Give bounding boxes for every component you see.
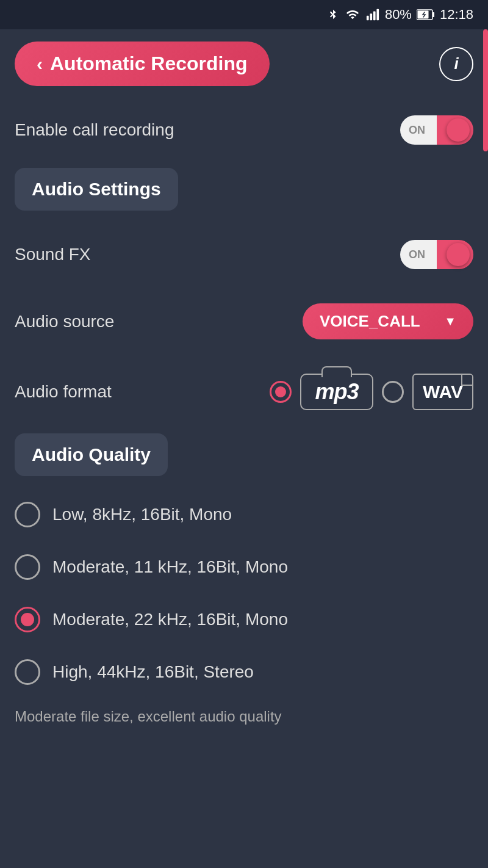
audio-format-label: Audio format: [15, 382, 112, 402]
audio-quality-title: Audio Quality: [32, 444, 151, 465]
quality-label-4: High, 44kHz, 16Bit, Stereo: [52, 662, 254, 682]
sound-fx-toggle-text: ON: [409, 248, 425, 261]
page-title: Automatic Recording: [50, 52, 248, 75]
audio-source-dropdown[interactable]: VOICE_CALL ▼: [303, 303, 473, 339]
battery-percent: 80%: [385, 7, 412, 23]
quality-radio-3: [15, 607, 40, 632]
audio-settings-title: Audio Settings: [32, 179, 161, 199]
quality-label-2: Moderate, 11 kHz, 16Bit, Mono: [52, 557, 288, 577]
toggle-on-text: ON: [409, 124, 425, 137]
sound-fx-row: Sound FX ON: [0, 223, 488, 286]
quality-label-1: Low, 8kHz, 16Bit, Mono: [52, 505, 232, 524]
svg-rect-1: [370, 13, 372, 20]
audio-format-options: mp3 WAV: [270, 374, 473, 410]
quality-description-text: Moderate file size, excellent audio qual…: [15, 708, 282, 725]
audio-source-label: Audio source: [15, 312, 114, 331]
quality-option-1[interactable]: Low, 8kHz, 16Bit, Mono: [0, 488, 488, 541]
wifi-icon: [345, 8, 361, 21]
audio-source-value: VOICE_CALL: [320, 312, 420, 331]
wav-radio[interactable]: [382, 381, 404, 403]
info-button[interactable]: i: [439, 47, 473, 81]
scroll-indicator[interactable]: [483, 29, 488, 151]
mp3-radio-inner: [275, 386, 286, 397]
quality-label-3: Moderate, 22 kHz, 16Bit, Mono: [52, 610, 288, 629]
signal-icon: [365, 8, 380, 21]
quality-radio-4: [15, 659, 40, 685]
battery-icon: [417, 9, 435, 20]
svg-rect-0: [367, 16, 369, 20]
status-icons: 80% 12:18: [326, 7, 473, 23]
svg-rect-2: [373, 12, 376, 21]
sound-fx-label: Sound FX: [15, 245, 91, 264]
audio-quality-header: Audio Quality: [15, 433, 168, 476]
enable-recording-row: Enable call recording ON: [0, 98, 488, 162]
sound-fx-toggle[interactable]: ON: [400, 240, 473, 269]
quality-radio-inner-3: [21, 613, 34, 626]
svg-rect-6: [432, 12, 434, 17]
bluetooth-icon: [326, 8, 340, 21]
enable-recording-label: Enable call recording: [15, 120, 174, 140]
wav-corner-box: [461, 375, 472, 386]
mp3-text: mp3: [315, 379, 358, 405]
wav-label-container: WAV: [412, 374, 473, 410]
back-arrow-icon: ‹: [37, 54, 43, 74]
status-bar: 80% 12:18: [0, 0, 488, 29]
toggle-circle: [447, 118, 470, 142]
wav-text: WAV: [423, 382, 463, 402]
quality-description: Moderate file size, excellent audio qual…: [0, 698, 488, 743]
audio-format-row: Audio format mp3 WAV: [0, 356, 488, 427]
audio-source-row: Audio source VOICE_CALL ▼: [0, 286, 488, 356]
quality-option-4[interactable]: High, 44kHz, 16Bit, Stereo: [0, 646, 488, 698]
back-button[interactable]: ‹ Automatic Recording: [15, 42, 270, 86]
quality-option-3[interactable]: Moderate, 22 kHz, 16Bit, Mono: [0, 593, 488, 646]
mp3-label-container: mp3: [300, 374, 373, 410]
mp3-radio[interactable]: [270, 381, 292, 403]
header: ‹ Automatic Recording i: [0, 29, 488, 98]
info-icon: i: [454, 54, 458, 73]
dropdown-arrow-icon: ▼: [444, 314, 456, 328]
sound-fx-toggle-circle: [447, 243, 470, 266]
quality-radio-1: [15, 502, 40, 527]
quality-option-2[interactable]: Moderate, 11 kHz, 16Bit, Mono: [0, 541, 488, 593]
enable-recording-toggle[interactable]: ON: [400, 115, 473, 145]
time-display: 12:18: [440, 7, 473, 23]
quality-radio-2: [15, 554, 40, 580]
audio-settings-header: Audio Settings: [15, 168, 178, 211]
mp3-arc: [321, 366, 352, 377]
svg-rect-3: [376, 9, 379, 20]
